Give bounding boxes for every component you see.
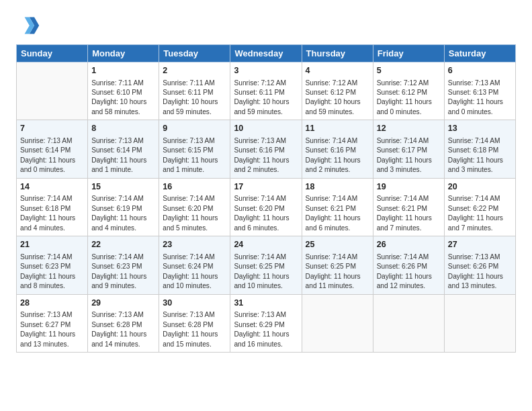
calendar-cell: 12Sunrise: 7:14 AM Sunset: 6:17 PM Dayli… [373,120,444,178]
weekday-header-tuesday: Tuesday [159,45,230,62]
day-info: Sunrise: 7:14 AM Sunset: 6:24 PM Dayligh… [163,253,226,291]
calendar-cell [373,294,444,352]
day-number: 1 [91,65,155,77]
day-number: 26 [377,239,441,251]
day-info: Sunrise: 7:13 AM Sunset: 6:28 PM Dayligh… [163,310,226,349]
day-number: 25 [306,239,369,251]
calendar-cell: 4Sunrise: 7:12 AM Sunset: 6:12 PM Daylig… [302,62,373,120]
day-number: 20 [448,181,512,193]
day-info: Sunrise: 7:14 AM Sunset: 6:25 PM Dayligh… [234,253,298,291]
calendar-cell: 11Sunrise: 7:14 AM Sunset: 6:16 PM Dayli… [302,120,373,178]
calendar-cell: 24Sunrise: 7:14 AM Sunset: 6:25 PM Dayli… [230,236,302,294]
calendar-cell: 29Sunrise: 7:13 AM Sunset: 6:28 PM Dayli… [88,294,159,352]
day-number: 12 [377,123,441,135]
day-info: Sunrise: 7:13 AM Sunset: 6:14 PM Dayligh… [91,136,155,175]
day-info: Sunrise: 7:14 AM Sunset: 6:22 PM Dayligh… [448,194,512,233]
calendar-cell: 18Sunrise: 7:14 AM Sunset: 6:21 PM Dayli… [302,178,373,236]
calendar-table: SundayMondayTuesdayWednesdayThursdayFrid… [16,44,516,353]
calendar-cell: 2Sunrise: 7:11 AM Sunset: 6:11 PM Daylig… [159,62,230,120]
day-info: Sunrise: 7:13 AM Sunset: 6:28 PM Dayligh… [91,310,155,349]
weekday-header-saturday: Saturday [444,45,515,62]
calendar-cell: 27Sunrise: 7:13 AM Sunset: 6:26 PM Dayli… [444,236,515,294]
calendar-cell: 13Sunrise: 7:14 AM Sunset: 6:18 PM Dayli… [444,120,515,178]
day-number: 17 [234,181,298,193]
day-info: Sunrise: 7:14 AM Sunset: 6:20 PM Dayligh… [163,194,226,233]
day-number: 3 [234,65,298,77]
day-number: 30 [163,298,226,310]
day-number: 22 [91,239,155,251]
calendar-cell: 21Sunrise: 7:14 AM Sunset: 6:23 PM Dayli… [17,236,88,294]
calendar-cell: 20Sunrise: 7:14 AM Sunset: 6:22 PM Dayli… [444,178,515,236]
calendar-cell: 19Sunrise: 7:14 AM Sunset: 6:21 PM Dayli… [373,178,444,236]
day-info: Sunrise: 7:11 AM Sunset: 6:11 PM Dayligh… [163,79,226,118]
day-info: Sunrise: 7:14 AM Sunset: 6:19 PM Dayligh… [91,194,155,233]
logo [16,13,43,38]
calendar-cell: 6Sunrise: 7:13 AM Sunset: 6:13 PM Daylig… [444,62,515,120]
day-number: 16 [163,181,226,193]
weekday-header-monday: Monday [88,45,159,62]
calendar-cell: 7Sunrise: 7:13 AM Sunset: 6:14 PM Daylig… [17,120,88,178]
day-info: Sunrise: 7:13 AM Sunset: 6:26 PM Dayligh… [448,253,512,291]
day-info: Sunrise: 7:11 AM Sunset: 6:10 PM Dayligh… [91,79,155,118]
calendar-week-row: 21Sunrise: 7:14 AM Sunset: 6:23 PM Dayli… [17,236,516,294]
day-info: Sunrise: 7:13 AM Sunset: 6:29 PM Dayligh… [234,310,298,349]
day-info: Sunrise: 7:14 AM Sunset: 6:17 PM Dayligh… [377,136,441,175]
day-info: Sunrise: 7:13 AM Sunset: 6:16 PM Dayligh… [234,136,298,175]
calendar-cell: 17Sunrise: 7:14 AM Sunset: 6:20 PM Dayli… [230,178,302,236]
calendar-cell: 23Sunrise: 7:14 AM Sunset: 6:24 PM Dayli… [159,236,230,294]
day-number: 21 [20,239,84,251]
day-info: Sunrise: 7:14 AM Sunset: 6:26 PM Dayligh… [377,253,441,291]
calendar-week-row: 28Sunrise: 7:13 AM Sunset: 6:27 PM Dayli… [17,294,516,352]
calendar-cell: 31Sunrise: 7:13 AM Sunset: 6:29 PM Dayli… [230,294,302,352]
calendar-cell: 14Sunrise: 7:14 AM Sunset: 6:18 PM Dayli… [17,178,88,236]
day-info: Sunrise: 7:14 AM Sunset: 6:18 PM Dayligh… [20,194,84,233]
day-number: 27 [448,239,512,251]
day-number: 9 [163,123,226,135]
day-number: 8 [91,123,155,135]
day-number: 19 [377,181,441,193]
calendar-cell: 30Sunrise: 7:13 AM Sunset: 6:28 PM Dayli… [159,294,230,352]
day-number: 15 [91,181,155,193]
calendar-week-row: 7Sunrise: 7:13 AM Sunset: 6:14 PM Daylig… [17,120,516,178]
day-number: 13 [448,123,512,135]
day-info: Sunrise: 7:13 AM Sunset: 6:27 PM Dayligh… [20,310,84,349]
calendar-cell: 22Sunrise: 7:14 AM Sunset: 6:23 PM Dayli… [88,236,159,294]
weekday-header-friday: Friday [373,45,444,62]
day-number: 6 [448,65,512,77]
calendar-cell: 10Sunrise: 7:13 AM Sunset: 6:16 PM Dayli… [230,120,302,178]
logo-icon [16,13,40,38]
day-info: Sunrise: 7:14 AM Sunset: 6:23 PM Dayligh… [91,253,155,291]
day-info: Sunrise: 7:13 AM Sunset: 6:13 PM Dayligh… [448,79,512,118]
day-info: Sunrise: 7:14 AM Sunset: 6:18 PM Dayligh… [448,136,512,175]
weekday-header-thursday: Thursday [302,45,373,62]
day-number: 4 [306,65,369,77]
day-info: Sunrise: 7:14 AM Sunset: 6:20 PM Dayligh… [234,194,298,233]
day-number: 11 [306,123,369,135]
day-number: 2 [163,65,226,77]
day-number: 14 [20,181,84,193]
day-number: 23 [163,239,226,251]
calendar-week-row: 14Sunrise: 7:14 AM Sunset: 6:18 PM Dayli… [17,178,516,236]
calendar-cell: 28Sunrise: 7:13 AM Sunset: 6:27 PM Dayli… [17,294,88,352]
day-info: Sunrise: 7:12 AM Sunset: 6:11 PM Dayligh… [234,79,298,118]
weekday-header-row: SundayMondayTuesdayWednesdayThursdayFrid… [17,45,516,62]
calendar-cell: 1Sunrise: 7:11 AM Sunset: 6:10 PM Daylig… [88,62,159,120]
day-info: Sunrise: 7:14 AM Sunset: 6:25 PM Dayligh… [306,253,369,291]
day-info: Sunrise: 7:12 AM Sunset: 6:12 PM Dayligh… [377,79,441,118]
day-number: 5 [377,65,441,77]
calendar-cell: 8Sunrise: 7:13 AM Sunset: 6:14 PM Daylig… [88,120,159,178]
day-number: 29 [91,298,155,310]
day-number: 18 [306,181,369,193]
day-info: Sunrise: 7:14 AM Sunset: 6:21 PM Dayligh… [306,194,369,233]
weekday-header-sunday: Sunday [17,45,88,62]
calendar-cell: 25Sunrise: 7:14 AM Sunset: 6:25 PM Dayli… [302,236,373,294]
day-info: Sunrise: 7:14 AM Sunset: 6:16 PM Dayligh… [306,136,369,175]
day-number: 10 [234,123,298,135]
day-number: 24 [234,239,298,251]
day-info: Sunrise: 7:14 AM Sunset: 6:21 PM Dayligh… [377,194,441,233]
day-info: Sunrise: 7:14 AM Sunset: 6:23 PM Dayligh… [20,253,84,291]
day-info: Sunrise: 7:13 AM Sunset: 6:14 PM Dayligh… [20,136,84,175]
calendar-cell: 16Sunrise: 7:14 AM Sunset: 6:20 PM Dayli… [159,178,230,236]
calendar-cell: 26Sunrise: 7:14 AM Sunset: 6:26 PM Dayli… [373,236,444,294]
day-number: 31 [234,298,298,310]
